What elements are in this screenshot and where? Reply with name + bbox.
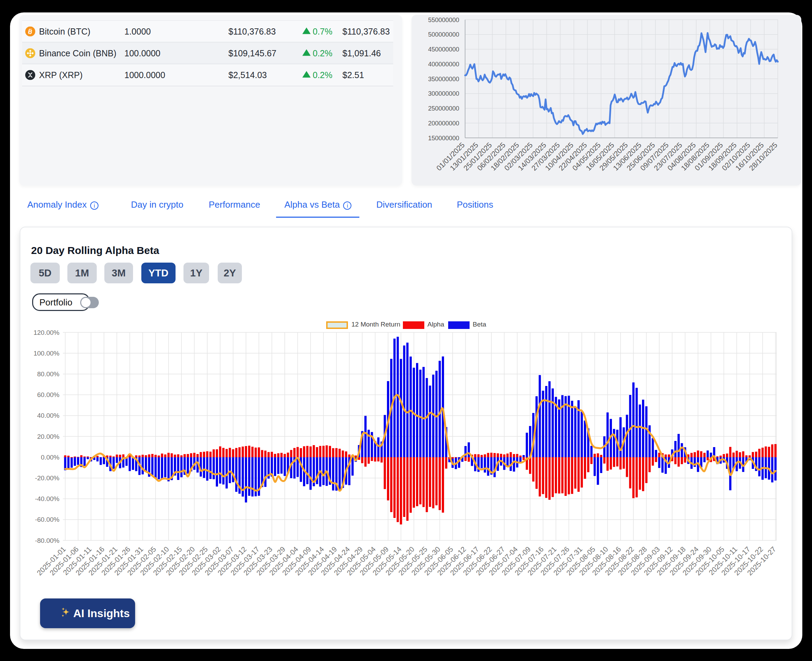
svg-text:250000000: 250000000 — [428, 105, 459, 112]
svg-text:100.00%: 100.00% — [34, 350, 59, 357]
svg-text:120.00%: 120.00% — [34, 329, 59, 336]
svg-text:40.00%: 40.00% — [37, 412, 60, 419]
svg-text:300000000: 300000000 — [428, 90, 459, 97]
svg-text:80.00%: 80.00% — [37, 370, 60, 378]
svg-text:20.00%: 20.00% — [37, 433, 60, 440]
svg-text:-80.00%: -80.00% — [35, 537, 59, 544]
svg-text:500000000: 500000000 — [428, 31, 459, 38]
svg-text:450000000: 450000000 — [428, 46, 459, 53]
svg-text:-40.00%: -40.00% — [35, 495, 59, 502]
svg-text:60.00%: 60.00% — [37, 391, 60, 398]
svg-text:400000000: 400000000 — [428, 61, 459, 68]
svg-text:150000000: 150000000 — [428, 135, 459, 142]
svg-text:-20.00%: -20.00% — [35, 474, 59, 482]
svg-text:550000000: 550000000 — [428, 17, 459, 24]
svg-text:0.00%: 0.00% — [41, 454, 59, 461]
svg-text:350000000: 350000000 — [428, 76, 459, 83]
svg-text:-60.00%: -60.00% — [35, 516, 59, 523]
svg-text:200000000: 200000000 — [428, 120, 459, 127]
